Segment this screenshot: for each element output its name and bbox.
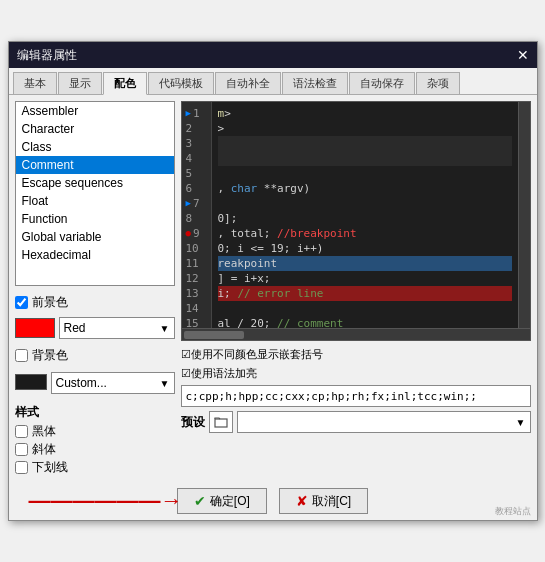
color-options: 前景色 Red ▼ 背景色 Custom...	[15, 294, 175, 476]
code-content: m> > , char **argv) 0]; , total; //break…	[212, 102, 518, 328]
foreground-checkbox[interactable]	[15, 296, 28, 309]
code-line: i; // error line	[218, 286, 512, 301]
tab-syntax[interactable]: 语法检查	[282, 72, 348, 94]
style-section: 样式 黑体 斜体 下划线	[15, 404, 175, 476]
vertical-scrollbar[interactable]	[518, 102, 530, 328]
title-bar: 编辑器属性 ✕	[9, 42, 537, 68]
foreground-label: 前景色	[32, 294, 68, 311]
tab-template[interactable]: 代码模板	[148, 72, 214, 94]
bold-label: 黑体	[32, 423, 56, 440]
right-panel: ▶1 2 3 4 5 6 ▶7 8 ●9 10 11 12 13 14	[181, 101, 531, 476]
left-panel: Assembler Character Class Comment Escape…	[15, 101, 175, 476]
background-color-preview	[15, 374, 47, 390]
list-item[interactable]: Assembler	[16, 102, 174, 120]
color-preview	[15, 318, 55, 338]
custom-label: Custom...	[56, 376, 107, 390]
arrow-decoration: ——————→	[29, 488, 183, 514]
color-dropdown-text: Red	[64, 321, 86, 335]
watermark: 教程站点	[495, 505, 531, 518]
tabs-row: 基本 显示 配色 代码模板 自动补全 语法检查 自动保存 杂项	[9, 68, 537, 95]
code-line: al / 20; // comment	[218, 316, 512, 328]
tab-autocomplete[interactable]: 自动补全	[215, 72, 281, 94]
tab-misc[interactable]: 杂项	[416, 72, 460, 94]
code-line	[218, 136, 512, 151]
content-area: Assembler Character Class Comment Escape…	[9, 95, 537, 482]
code-line: m>	[218, 106, 512, 121]
ok-button[interactable]: ✔ 确定[O]	[177, 488, 267, 514]
svg-rect-0	[215, 419, 227, 427]
code-preview: ▶1 2 3 4 5 6 ▶7 8 ●9 10 11 12 13 14	[181, 101, 531, 341]
scroll-thumb	[184, 331, 244, 339]
horizontal-scrollbar[interactable]	[182, 328, 530, 340]
list-item[interactable]: Function	[16, 210, 174, 228]
code-line: ] = i+x;	[218, 271, 512, 286]
list-item[interactable]: Character	[16, 120, 174, 138]
line-numbers: ▶1 2 3 4 5 6 ▶7 8 ●9 10 11 12 13 14	[182, 102, 212, 328]
syntax-row: ☑使用语法加亮	[181, 366, 531, 381]
background-row: 背景色	[15, 347, 175, 364]
preset-dropdown[interactable]: ▼	[237, 411, 531, 433]
italic-checkbox[interactable]	[15, 443, 28, 456]
code-line: 0; i <= 19; i++)	[218, 241, 512, 256]
color-dropdown[interactable]: Red ▼	[59, 317, 175, 339]
code-line	[218, 196, 512, 211]
tab-display[interactable]: 显示	[58, 72, 102, 94]
use-color-brackets-label: ☑使用不同颜色显示嵌套括号	[181, 347, 323, 362]
tab-color[interactable]: 配色	[103, 72, 147, 95]
list-item-selected[interactable]: Comment	[16, 156, 174, 174]
close-button[interactable]: ✕	[517, 47, 529, 63]
bold-checkbox[interactable]	[15, 425, 28, 438]
preset-icon-button[interactable]	[209, 411, 233, 433]
list-item[interactable]: Hexadecimal	[16, 246, 174, 264]
dialog-title: 编辑器属性	[17, 47, 77, 64]
underline-checkbox[interactable]	[15, 461, 28, 474]
background-color-selector: Custom... ▼	[15, 370, 175, 394]
brackets-row: ☑使用不同颜色显示嵌套括号	[181, 347, 531, 362]
code-line	[218, 301, 512, 316]
cancel-button[interactable]: ✘ 取消[C]	[279, 488, 368, 514]
preset-row: 预设 ▼	[181, 411, 531, 433]
list-item[interactable]: Float	[16, 192, 174, 210]
cancel-icon: ✘	[296, 493, 308, 509]
code-line	[218, 151, 512, 166]
footer: ——————→ ✔ 确定[O] ✘ 取消[C] 教程站点	[9, 482, 537, 520]
syntax-extensions-input[interactable]	[181, 385, 531, 407]
preset-label: 预设	[181, 414, 205, 431]
tab-basic[interactable]: 基本	[13, 72, 57, 94]
code-line: , total; //breakpoint	[218, 226, 512, 241]
code-line: 0];	[218, 211, 512, 226]
italic-label: 斜体	[32, 441, 56, 458]
ok-icon: ✔	[194, 493, 206, 509]
bottom-options: ☑使用不同颜色显示嵌套括号 ☑使用语法加亮 预设	[181, 347, 531, 433]
use-syntax-label: ☑使用语法加亮	[181, 366, 257, 381]
code-line: reakpoint	[218, 256, 512, 271]
editor-properties-dialog: 编辑器属性 ✕ 基本 显示 配色 代码模板 自动补全 语法检查 自动保存 杂项 …	[8, 41, 538, 521]
tab-autosave[interactable]: 自动保存	[349, 72, 415, 94]
list-item[interactable]: Escape sequences	[16, 174, 174, 192]
list-item[interactable]: Class	[16, 138, 174, 156]
foreground-color-selector: Red ▼	[15, 317, 175, 339]
ok-label: 确定[O]	[210, 493, 250, 510]
foreground-row: 前景色	[15, 294, 175, 311]
cancel-label: 取消[C]	[312, 493, 351, 510]
code-line: , char **argv)	[218, 181, 512, 196]
chevron-down-icon: ▼	[516, 417, 526, 428]
chevron-down-icon: ▼	[160, 378, 170, 389]
style-checkboxes: 黑体 斜体 下划线	[15, 423, 175, 476]
list-item[interactable]: Global variable	[16, 228, 174, 246]
italic-row: 斜体	[15, 441, 175, 458]
style-label: 样式	[15, 404, 175, 421]
custom-color-dropdown[interactable]: Custom... ▼	[51, 372, 175, 394]
folder-icon	[214, 415, 228, 429]
background-checkbox[interactable]	[15, 349, 28, 362]
underline-row: 下划线	[15, 459, 175, 476]
underline-label: 下划线	[32, 459, 68, 476]
code-line: >	[218, 121, 512, 136]
background-label: 背景色	[32, 347, 68, 364]
chevron-down-icon: ▼	[160, 323, 170, 334]
code-line	[218, 166, 512, 181]
syntax-type-list[interactable]: Assembler Character Class Comment Escape…	[15, 101, 175, 286]
bold-row: 黑体	[15, 423, 175, 440]
syntax-input-row	[181, 385, 531, 407]
